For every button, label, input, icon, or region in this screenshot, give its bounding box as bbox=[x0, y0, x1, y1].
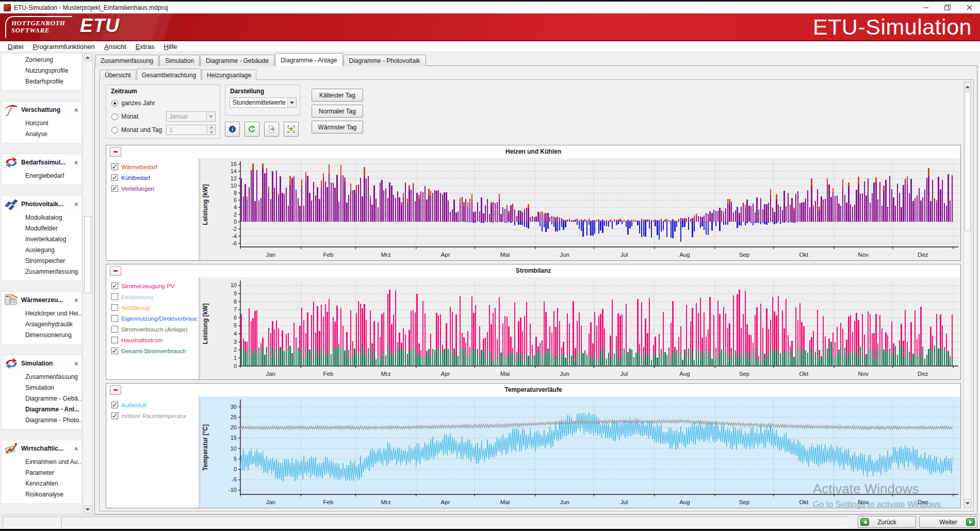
sidebar-item[interactable]: Zusammenfassung bbox=[2, 372, 81, 383]
sidebar-item[interactable]: Inverterkatalog bbox=[2, 234, 81, 245]
option-ganzes-jahr[interactable]: ganzes Jahr bbox=[106, 96, 220, 110]
scrollbar-thumb[interactable] bbox=[84, 216, 91, 293]
checked-checkbox[interactable] bbox=[111, 402, 118, 408]
export-button[interactable] bbox=[264, 122, 279, 137]
scrollbar-thumb[interactable] bbox=[965, 92, 971, 231]
legend-item[interactable]: Außenluft bbox=[111, 400, 198, 410]
legend-item[interactable]: Stromerzeugung PV bbox=[111, 280, 198, 291]
sidebar-item[interactable]: Dimensionierung bbox=[2, 330, 81, 341]
sidebar-item[interactable]: Horizont bbox=[2, 118, 81, 129]
back-button[interactable]: Zurück bbox=[858, 516, 916, 528]
tab-zusammenfassung[interactable]: Zusammenfassung bbox=[95, 55, 159, 66]
option-monat-und-tag[interactable]: Monat und Tag 1 bbox=[106, 123, 220, 137]
option-monat[interactable]: Monat Januar bbox=[106, 110, 220, 123]
sidebar-item[interactable]: Bedarfsprofile bbox=[2, 76, 81, 87]
sidebar-item[interactable]: Diagramme - Anl... bbox=[2, 404, 81, 415]
sidebar-item[interactable]: Stromspeicher bbox=[2, 256, 81, 267]
close-button[interactable] bbox=[958, 2, 980, 13]
scrollbar-track[interactable] bbox=[965, 91, 971, 499]
legend-item[interactable]: Kühlbedarf bbox=[111, 172, 198, 183]
menu-hilfe[interactable]: Hilfe bbox=[159, 42, 182, 52]
scroll-up-icon[interactable] bbox=[965, 82, 971, 91]
unchecked-checkbox[interactable] bbox=[111, 337, 118, 343]
kaeltester-tag-button[interactable]: Kältester Tag bbox=[312, 89, 363, 102]
chevron-down-icon[interactable] bbox=[206, 112, 215, 121]
collapse-chevron-icon[interactable]: « bbox=[73, 361, 80, 365]
legend-item[interactable]: Verteilungen bbox=[111, 183, 198, 194]
collapse-chevron-icon[interactable]: « bbox=[73, 108, 80, 111]
unchecked-checkbox[interactable] bbox=[111, 326, 118, 333]
stepper-up-icon[interactable] bbox=[207, 125, 215, 130]
sidebar-group-header[interactable]: Verschattung« bbox=[2, 102, 81, 118]
radio-ganzes-jahr[interactable] bbox=[111, 100, 118, 107]
menu-programmfunktionen[interactable]: Programmfunktionen bbox=[28, 42, 100, 52]
tab-simulation[interactable]: Simulation bbox=[159, 55, 200, 66]
refresh-button[interactable] bbox=[244, 122, 259, 137]
sidebar-item[interactable]: Heizkörper und Hei... bbox=[2, 308, 81, 319]
unchecked-checkbox[interactable] bbox=[111, 293, 118, 300]
month-select[interactable]: Januar bbox=[166, 111, 216, 122]
minimize-button[interactable] bbox=[915, 2, 937, 13]
restore-button[interactable] bbox=[937, 2, 958, 13]
subtab-gesamtbetrachtung[interactable]: Gesamtbetrachtung bbox=[137, 69, 201, 80]
menu-extras[interactable]: Extras bbox=[131, 42, 159, 52]
checked-checkbox[interactable] bbox=[111, 174, 118, 181]
collapse-chevron-icon[interactable]: « bbox=[73, 446, 80, 450]
scroll-up-icon[interactable] bbox=[84, 53, 91, 61]
checked-checkbox[interactable] bbox=[111, 412, 118, 419]
sidebar-item[interactable]: Einnahmen und Au... bbox=[2, 457, 81, 468]
sidebar-item[interactable]: Analyse bbox=[2, 129, 81, 140]
tab-diagramme-photovoltaik[interactable]: Diagramme - Photovoltaik bbox=[344, 55, 426, 66]
sidebar-item[interactable]: Zusammenfassung bbox=[2, 267, 81, 277]
sidebar-item[interactable]: Zonierung bbox=[2, 55, 81, 65]
scrollbar-track[interactable] bbox=[84, 61, 91, 505]
sidebar-item[interactable]: Modulfelder bbox=[2, 223, 81, 234]
checked-checkbox[interactable] bbox=[111, 185, 118, 192]
fit-view-button[interactable] bbox=[284, 122, 299, 137]
legend-item[interactable]: Eigennutzung/Direktverbrauch bbox=[111, 313, 198, 324]
tab-diagramme-anlage[interactable]: Diagramme - Anlage bbox=[275, 53, 342, 66]
legend-item[interactable]: Wärmebedarf bbox=[111, 161, 198, 172]
scroll-down-icon[interactable] bbox=[965, 499, 971, 507]
legend-item[interactable]: Netzbezug bbox=[111, 302, 198, 313]
day-stepper[interactable]: 1 bbox=[166, 125, 216, 135]
legend-item[interactable]: Haushaltsstrom bbox=[111, 335, 198, 345]
radio-monat[interactable] bbox=[111, 113, 118, 120]
waermster-tag-button[interactable]: Wärmster Tag bbox=[312, 121, 363, 134]
sidebar-group-header[interactable]: Bedarfssimul...« bbox=[2, 154, 81, 171]
menu-datei[interactable]: Datei bbox=[3, 42, 28, 52]
subtab-übersicht[interactable]: Übersicht bbox=[100, 70, 136, 80]
collapse-chevron-icon[interactable]: « bbox=[73, 298, 80, 302]
charts-scrollbar[interactable] bbox=[963, 81, 972, 508]
sidebar-group-header[interactable]: Simulation« bbox=[2, 355, 81, 372]
legend-item[interactable]: Gesamt-Stromverbrauch bbox=[111, 345, 198, 356]
normaler-tag-button[interactable]: Normaler Tag bbox=[312, 105, 363, 118]
sidebar-item[interactable]: Simulation bbox=[2, 383, 81, 393]
scroll-down-icon[interactable] bbox=[84, 505, 91, 513]
menu-ansicht[interactable]: Ansicht bbox=[100, 42, 131, 52]
sidebar-group-header[interactable]: €Wirtschaftlic...« bbox=[2, 440, 81, 457]
stepper-down-icon[interactable] bbox=[207, 130, 215, 135]
radio-monat-und-tag[interactable] bbox=[111, 127, 118, 134]
unchecked-checkbox[interactable] bbox=[111, 315, 118, 322]
info-button[interactable]: i bbox=[225, 122, 240, 137]
checked-checkbox[interactable] bbox=[111, 283, 118, 289]
sidebar-group-header[interactable]: Wärmeerzeu...« bbox=[2, 292, 81, 308]
sidebar-item[interactable]: Energiebedarf bbox=[2, 171, 81, 181]
collapse-chevron-icon[interactable]: « bbox=[73, 202, 80, 206]
unchecked-checkbox[interactable] bbox=[111, 304, 118, 311]
chevron-down-icon[interactable] bbox=[287, 98, 296, 107]
legend-item[interactable]: mittlere Raumtemperatur bbox=[111, 410, 198, 421]
subtab-heizungsanlage[interactable]: Heizungsanlage bbox=[202, 70, 256, 80]
sidebar-item[interactable]: Kennzahlen bbox=[2, 478, 81, 489]
sidebar-scrollbar[interactable] bbox=[83, 52, 93, 515]
tab-diagramme-gebäude[interactable]: Diagramme - Gebäude bbox=[200, 55, 274, 66]
legend-item[interactable]: Einspeisung bbox=[111, 291, 198, 302]
sidebar-item[interactable]: Modulkatalog bbox=[2, 212, 81, 223]
darstellung-select[interactable]: Stundenmittelwerte bbox=[230, 97, 297, 108]
sidebar-item[interactable]: Anlagenhydraulik bbox=[2, 319, 81, 330]
legend-item[interactable]: Stromverbrauch (Anlage) bbox=[111, 324, 198, 335]
sidebar-item[interactable]: Parameter bbox=[2, 468, 81, 478]
checked-checkbox[interactable] bbox=[111, 347, 118, 354]
sidebar-item[interactable]: Risikoanalyse bbox=[2, 489, 81, 500]
